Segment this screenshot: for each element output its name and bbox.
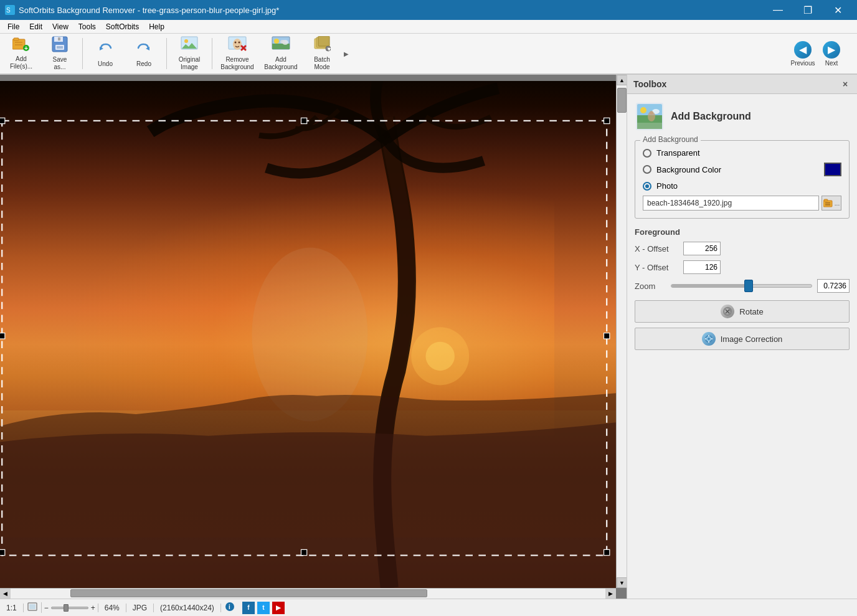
batch-icon: ▼ — [313, 36, 331, 55]
zoom-slider-thumb[interactable] — [64, 604, 69, 612]
svg-text:S: S — [6, 7, 11, 14]
twitter-button[interactable]: t — [257, 602, 270, 614]
app-icon: S — [5, 5, 15, 15]
menu-edit[interactable]: Edit — [24, 20, 47, 34]
zoom-out-button[interactable]: − — [44, 604, 49, 612]
toolbar-separator-3 — [212, 38, 212, 69]
remove-background-button[interactable]: RemoveBackground — [216, 36, 258, 72]
svg-rect-12 — [58, 37, 60, 40]
redo-button[interactable]: Redo — [125, 36, 163, 72]
photo-path-input[interactable] — [643, 196, 819, 211]
section-header: Add Background — [635, 102, 850, 131]
statusbar: 1:1 − + 64% JPG (2160x1440x24) i f t ▶ — [0, 599, 857, 616]
add-background-button[interactable]: AddBackground — [260, 36, 302, 72]
remove-bg-label: RemoveBackground — [220, 56, 253, 71]
rotate-button[interactable]: Rotate — [635, 300, 850, 323]
main-area: ▲ ▼ ◀ ▶ Toolbox × — [0, 75, 857, 599]
radio-transparent[interactable] — [643, 149, 651, 158]
x-offset-input[interactable] — [683, 242, 721, 255]
facebook-button[interactable]: f — [242, 602, 255, 614]
scroll-right-button[interactable]: ▶ — [605, 589, 616, 599]
scroll-track-horizontal[interactable] — [11, 589, 605, 599]
svg-point-20 — [239, 42, 240, 44]
maximize-button[interactable]: ❐ — [793, 0, 822, 20]
svg-rect-30 — [318, 36, 329, 46]
menu-view[interactable]: View — [47, 20, 73, 34]
toolbar: + AddFile(s)... Saveas... Undo — [0, 34, 857, 75]
undo-button[interactable]: Undo — [87, 36, 124, 72]
social-buttons: f t ▶ — [239, 602, 288, 614]
menubar: File Edit View Tools SoftOrbits Help — [0, 20, 857, 34]
svg-point-27 — [280, 40, 285, 44]
previous-button[interactable]: ◀ Previous — [788, 36, 817, 72]
svg-text:i: i — [229, 604, 230, 610]
scroll-down-button[interactable]: ▼ — [617, 577, 627, 588]
photo-input-row: ... — [643, 196, 841, 211]
svg-rect-69 — [29, 604, 36, 609]
status-percent: 64% — [98, 604, 126, 612]
scroll-left-button[interactable]: ◀ — [0, 589, 11, 599]
youtube-button[interactable]: ▶ — [272, 602, 285, 614]
menu-tools[interactable]: Tools — [73, 20, 101, 34]
zoom-thumb[interactable] — [744, 280, 753, 292]
background-color-option[interactable]: Background Color — [643, 163, 841, 176]
zoom-value: 0.7236 — [817, 279, 850, 293]
canvas-area[interactable]: ▲ ▼ ◀ ▶ — [0, 75, 627, 599]
previous-label: Previous — [791, 60, 815, 67]
browse-button[interactable]: ... — [821, 196, 841, 211]
menu-help[interactable]: Help — [144, 20, 169, 34]
x-offset-label: X - Offset — [635, 244, 678, 254]
status-info-button[interactable]: i — [221, 602, 239, 614]
image-composite — [0, 81, 616, 588]
svg-point-25 — [274, 39, 279, 44]
original-image-label: OriginalImage — [179, 56, 200, 71]
remove-bg-icon — [228, 36, 247, 55]
minimize-button[interactable]: — — [764, 0, 792, 20]
zoom-track[interactable] — [51, 607, 88, 609]
add-files-icon: + — [12, 37, 30, 54]
svg-text:▼: ▼ — [326, 46, 331, 52]
batch-mode-button[interactable]: ▼ BatchMode — [303, 36, 341, 72]
y-offset-input[interactable] — [683, 260, 721, 274]
photo-label: Photo — [656, 181, 678, 191]
save-as-label: Saveas... — [53, 56, 67, 71]
close-button[interactable]: ✕ — [823, 0, 852, 20]
status-format: JPG — [126, 604, 154, 612]
next-button[interactable]: ▶ Next — [817, 36, 846, 72]
toolbar-separator-2 — [166, 38, 167, 69]
radio-photo[interactable] — [643, 182, 651, 191]
zoom-slider[interactable] — [671, 284, 812, 288]
zoom-in-button[interactable]: + — [91, 604, 95, 612]
original-image-button[interactable]: OriginalImage — [171, 36, 208, 72]
transparent-option[interactable]: Transparent — [643, 148, 841, 158]
y-offset-label: Y - Offset — [635, 263, 678, 272]
next-arrow-icon: ▶ — [823, 41, 840, 59]
svg-rect-55 — [825, 202, 830, 204]
batch-mode-label: BatchMode — [314, 56, 330, 71]
toolbox-content: Add Background Add Background Transparen… — [627, 94, 857, 599]
save-as-button[interactable]: Saveas... — [41, 36, 78, 72]
foreground-section: Foreground X - Offset Y - Offset Zoom — [635, 227, 850, 293]
scroll-thumb-horizontal[interactable] — [70, 589, 427, 597]
undo-icon — [97, 40, 113, 59]
menu-softorbits[interactable]: SoftOrbits — [101, 20, 144, 34]
undo-label: Undo — [98, 60, 113, 67]
svg-rect-52 — [637, 123, 662, 129]
vertical-scrollbar[interactable]: ▲ ▼ — [616, 75, 627, 588]
image-correction-label: Image Correction — [721, 334, 783, 344]
photo-option[interactable]: Photo — [643, 181, 841, 191]
image-correction-button[interactable]: Image Correction — [635, 328, 850, 350]
svg-text:+: + — [24, 45, 28, 52]
original-image-icon — [181, 36, 198, 55]
scroll-up-button[interactable]: ▲ — [617, 75, 627, 85]
toolbox-close-button[interactable]: × — [840, 78, 851, 90]
scroll-thumb-vertical[interactable] — [617, 88, 627, 113]
color-swatch[interactable] — [824, 163, 841, 176]
svg-point-63 — [708, 338, 710, 340]
horizontal-scrollbar[interactable]: ◀ ▶ — [0, 588, 616, 599]
radio-background-color[interactable] — [643, 165, 651, 174]
add-files-button[interactable]: + AddFile(s)... — [2, 36, 40, 72]
toolbar-expand-button[interactable]: ▶ — [342, 36, 351, 72]
menu-file[interactable]: File — [2, 20, 24, 34]
fit-button[interactable] — [24, 602, 42, 613]
